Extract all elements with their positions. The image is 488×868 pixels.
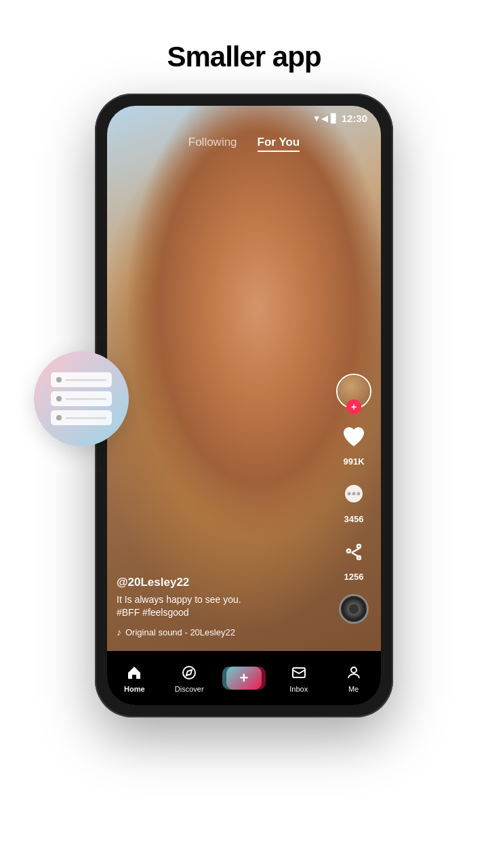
discover-icon — [180, 663, 199, 682]
inbox-tab-label: Inbox — [289, 685, 308, 693]
like-icon[interactable] — [338, 421, 370, 454]
battery-icon: ▊ — [331, 113, 338, 123]
inbox-icon — [289, 663, 308, 682]
page-title: Smaller app — [167, 41, 321, 73]
phone-screen: ▼◀ ▊ 12:30 Following For You + — [107, 106, 381, 705]
creator-avatar[interactable]: + — [336, 374, 371, 409]
video-caption: It Is always happy to see you.#BFF #feel… — [117, 593, 333, 620]
caption-text: It Is always happy to see you.#BFF #feel… — [117, 594, 241, 618]
phone-mockup: ▼◀ ▊ 12:30 Following For You + — [75, 94, 413, 758]
db-dot-1 — [56, 377, 62, 382]
svg-point-2 — [352, 492, 356, 496]
like-count: 991K — [343, 456, 364, 467]
sound-text: Original sound - 20Lesley22 — [125, 627, 235, 637]
status-icons: ▼◀ ▊ — [312, 113, 338, 123]
db-line-2 — [66, 398, 106, 400]
music-disc — [339, 594, 369, 624]
db-line-1 — [66, 379, 106, 381]
creator-username[interactable]: @20Lesley22 — [117, 576, 333, 589]
signal-icon: ▼◀ — [312, 113, 328, 123]
share-icon[interactable] — [338, 536, 370, 569]
discover-tab-label: Discover — [175, 685, 204, 693]
nav-tab-create[interactable]: + — [224, 667, 264, 690]
db-row-2 — [51, 391, 112, 406]
home-icon — [125, 663, 144, 682]
nav-tab-inbox[interactable]: Inbox — [279, 663, 319, 693]
comment-action[interactable]: 3456 — [338, 479, 370, 524]
bottom-navigation: Home Discover + — [107, 651, 381, 705]
db-icon-group — [51, 372, 112, 425]
db-line-3 — [66, 417, 106, 419]
svg-point-6 — [351, 667, 357, 673]
follow-button[interactable]: + — [346, 399, 361, 414]
comment-count: 3456 — [344, 514, 364, 524]
right-action-panel: + 991K — [336, 374, 371, 624]
share-count: 1256 — [344, 572, 364, 582]
profile-tab-label: Me — [348, 685, 359, 693]
comment-icon[interactable] — [338, 479, 370, 511]
music-disc-icon — [339, 594, 369, 624]
nav-tab-profile[interactable]: Me — [333, 663, 374, 693]
status-time: 12:30 — [342, 113, 367, 124]
like-action[interactable]: 991K — [338, 421, 370, 467]
plus-icon: + — [240, 669, 249, 687]
top-navigation: Following For You — [107, 130, 381, 152]
db-dot-3 — [56, 415, 62, 420]
profile-icon — [344, 663, 363, 682]
nav-for-you[interactable]: For You — [258, 136, 300, 152]
svg-point-1 — [348, 492, 351, 496]
sound-row[interactable]: ♪ Original sound - 20Lesley22 — [117, 627, 333, 637]
status-bar: ▼◀ ▊ 12:30 — [107, 106, 381, 130]
music-disc-center — [349, 604, 359, 614]
nav-tab-discover[interactable]: Discover — [169, 663, 209, 693]
nav-tab-home[interactable]: Home — [114, 663, 155, 693]
db-row-1 — [51, 372, 112, 387]
floating-database-icon — [34, 351, 129, 446]
home-tab-label: Home — [124, 685, 145, 693]
video-info: @20Lesley22 It Is always happy to see yo… — [117, 576, 333, 637]
share-action[interactable]: 1256 — [338, 536, 370, 582]
nav-following[interactable]: Following — [188, 136, 237, 152]
svg-point-4 — [183, 667, 195, 679]
svg-point-3 — [357, 492, 361, 496]
db-row-3 — [51, 410, 112, 425]
music-note-icon: ♪ — [117, 627, 121, 637]
create-button[interactable]: + — [226, 667, 262, 690]
db-dot-2 — [56, 396, 62, 401]
